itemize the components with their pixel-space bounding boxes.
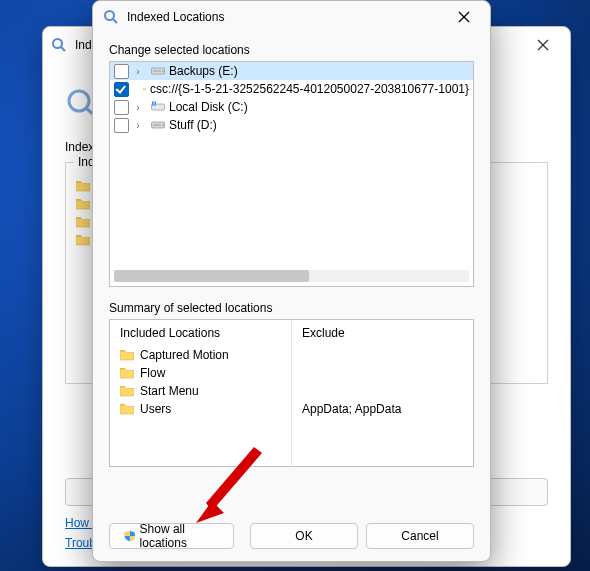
tree-expander-icon[interactable]: › — [133, 66, 143, 77]
summary-included-row[interactable]: Captured Motion — [120, 346, 281, 364]
svg-rect-15 — [153, 103, 155, 104]
drive-icon — [151, 65, 165, 77]
svg-rect-18 — [153, 124, 161, 126]
summary-included-column: Included Locations Captured MotionFlowSt… — [110, 320, 292, 466]
indexed-locations-titlebar: Indexed Locations — [93, 1, 490, 33]
horizontal-scrollbar[interactable] — [114, 270, 469, 282]
indexed-locations-title: Indexed Locations — [127, 10, 448, 24]
drive-icon — [151, 119, 165, 131]
folder-icon — [76, 198, 90, 210]
svg-rect-14 — [152, 102, 156, 106]
search-index-icon — [51, 37, 67, 53]
svg-rect-11 — [153, 70, 161, 72]
summary-included-label: Flow — [140, 366, 165, 380]
summary-exclude-row — [302, 346, 463, 364]
summary-included-header: Included Locations — [120, 326, 281, 340]
change-locations-label: Change selected locations — [109, 43, 474, 57]
svg-point-6 — [105, 11, 114, 20]
folder-icon — [76, 234, 90, 246]
tree-checkbox[interactable] — [114, 100, 129, 115]
tree-row[interactable]: csc://{S-1-5-21-3252562245-4012050027-20… — [110, 80, 473, 98]
indexed-locations-window: Indexed Locations Change selected locati… — [92, 0, 491, 562]
local-disk-icon — [151, 101, 165, 113]
folder-icon — [143, 83, 146, 95]
summary-exclude-row — [302, 364, 463, 382]
summary-label: Summary of selected locations — [109, 301, 474, 315]
tree-expander-icon[interactable]: › — [133, 102, 143, 113]
svg-rect-16 — [153, 104, 155, 105]
svg-point-12 — [162, 70, 164, 72]
folder-icon — [120, 403, 134, 415]
locations-tree[interactable]: ›Backups (E:)csc://{S-1-5-21-3252562245-… — [109, 61, 474, 287]
summary-exclude-row — [302, 382, 463, 400]
ok-button[interactable]: OK — [250, 523, 358, 549]
summary-exclude-column: Exclude AppData; AppData — [292, 320, 473, 466]
tree-checkbox[interactable] — [114, 64, 129, 79]
show-all-locations-label: Show all locations — [140, 522, 219, 550]
close-button-front[interactable] — [448, 4, 480, 30]
summary-exclude-row: AppData; AppData — [302, 400, 463, 418]
svg-line-1 — [61, 47, 65, 51]
tree-row[interactable]: ›Backups (E:) — [110, 62, 473, 80]
uac-shield-icon — [124, 529, 136, 543]
svg-point-0 — [53, 39, 62, 48]
tree-expander-icon[interactable]: › — [133, 120, 143, 131]
folder-icon — [120, 385, 134, 397]
summary-exclude-label: AppData; AppData — [302, 402, 401, 416]
folder-icon — [120, 349, 134, 361]
folder-icon — [76, 180, 90, 192]
close-button-back[interactable] — [524, 31, 562, 59]
folder-icon — [76, 216, 90, 228]
show-all-locations-button[interactable]: Show all locations — [109, 523, 234, 549]
tree-row[interactable]: ›Local Disk (C:) — [110, 98, 473, 116]
close-icon — [458, 11, 470, 23]
tree-item-label: Stuff (D:) — [169, 118, 217, 132]
tree-item-label: csc://{S-1-5-21-3252562245-4012050027-20… — [150, 82, 469, 96]
tree-checkbox[interactable] — [114, 118, 129, 133]
summary-included-row[interactable]: Start Menu — [120, 382, 281, 400]
tree-item-label: Local Disk (C:) — [169, 100, 248, 114]
summary-box: Included Locations Captured MotionFlowSt… — [109, 319, 474, 467]
close-icon — [537, 39, 549, 51]
summary-included-row[interactable]: Users — [120, 400, 281, 418]
tree-row[interactable]: ›Stuff (D:) — [110, 116, 473, 134]
svg-line-7 — [113, 19, 117, 23]
svg-point-19 — [162, 124, 164, 126]
scrollbar-thumb[interactable] — [114, 270, 309, 282]
summary-exclude-header: Exclude — [302, 326, 463, 340]
cancel-button[interactable]: Cancel — [366, 523, 474, 549]
summary-included-row[interactable]: Flow — [120, 364, 281, 382]
search-index-icon — [103, 9, 119, 25]
svg-point-4 — [69, 91, 89, 111]
summary-included-label: Start Menu — [140, 384, 199, 398]
folder-icon — [120, 367, 134, 379]
tree-checkbox[interactable] — [114, 82, 129, 97]
summary-included-label: Captured Motion — [140, 348, 229, 362]
tree-item-label: Backups (E:) — [169, 64, 238, 78]
summary-included-label: Users — [140, 402, 171, 416]
